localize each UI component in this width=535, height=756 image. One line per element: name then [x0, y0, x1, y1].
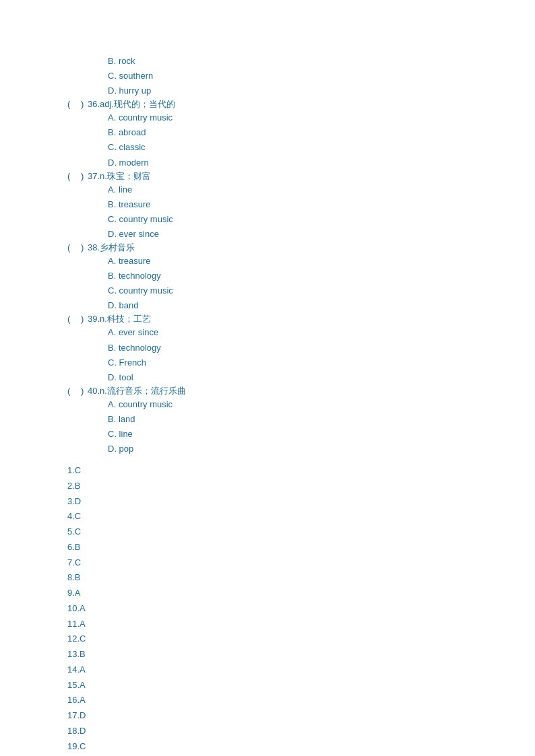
- question-37: ( ) 37.n.珠宝；财富 A. line B. treasure C. co…: [67, 170, 535, 242]
- question-text-36: 36.adj.现代的；当代的: [88, 98, 175, 110]
- option-38-a: A. treasure: [108, 254, 535, 269]
- partial-question-options: B. rock C. southern D. hurry up: [67, 54, 535, 98]
- question-row-36: ( ) 36.adj.现代的；当代的: [67, 98, 535, 110]
- answer-1: 1.C: [67, 463, 535, 479]
- option-40-a: A. country music: [108, 397, 535, 412]
- option-38-d: D. band: [108, 298, 535, 313]
- paren-left: (: [67, 242, 81, 252]
- paren-right: ): [81, 171, 88, 181]
- paren-right: ): [81, 386, 88, 396]
- option-36-c: C. classic: [108, 140, 535, 155]
- option-36-b: B. abroad: [108, 125, 535, 140]
- option-37-a: A. line: [108, 182, 535, 197]
- option-38-c: C. country music: [108, 283, 535, 298]
- answer-18: 18.D: [67, 724, 535, 739]
- answer-4: 4.C: [67, 509, 535, 524]
- answer-3: 3.D: [67, 494, 535, 510]
- answer-7: 7.C: [67, 555, 535, 571]
- option-40-b: B. land: [108, 412, 535, 427]
- answer-5: 5.C: [67, 524, 535, 540]
- answer-10: 10.A: [67, 601, 535, 617]
- question-text-40: 40.n.流行音乐；流行乐曲: [88, 385, 186, 397]
- option-37-d: D. ever since: [108, 227, 535, 242]
- question-39: ( ) 39.n.科技；工艺 A. ever since B. technolo…: [67, 313, 535, 384]
- paren-left: (: [67, 99, 81, 109]
- question-text-37: 37.n.珠宝；财富: [88, 170, 151, 182]
- paren-left: (: [67, 314, 81, 324]
- answer-8: 8.B: [67, 570, 535, 586]
- paren-right: ): [81, 99, 88, 109]
- question-row-39: ( ) 39.n.科技；工艺: [67, 313, 535, 325]
- question-row-37: ( ) 37.n.珠宝；财富: [67, 170, 535, 182]
- paren-left: (: [67, 386, 81, 396]
- option-37-b: B. treasure: [108, 197, 535, 212]
- answer-15: 15.A: [67, 678, 535, 693]
- option-39-c: C. French: [108, 355, 535, 370]
- answer-11: 11.A: [67, 617, 535, 632]
- question-row-38: ( ) 38.乡村音乐: [67, 242, 535, 254]
- paren-right: ): [81, 314, 88, 324]
- answer-9: 9.A: [67, 586, 535, 601]
- option-40-d: D. pop: [108, 442, 535, 456]
- question-38: ( ) 38.乡村音乐 A. treasure B. technology C.…: [67, 242, 535, 313]
- option-36-d: D. modern: [108, 156, 535, 170]
- paren-left: (: [67, 171, 81, 181]
- option-38-b: B. technology: [108, 269, 535, 283]
- option-39-b: B. technology: [108, 341, 535, 355]
- question-36: ( ) 36.adj.现代的；当代的 A. country music B. a…: [67, 98, 535, 170]
- option-37-c: C. country music: [108, 212, 535, 227]
- answer-17: 17.D: [67, 708, 535, 724]
- answer-14: 14.A: [67, 662, 535, 678]
- answer-16: 16.A: [67, 693, 535, 708]
- option-item: C. southern: [108, 69, 535, 83]
- question-row-40: ( ) 40.n.流行音乐；流行乐曲: [67, 385, 535, 397]
- answer-2: 2.B: [67, 479, 535, 494]
- answer-12: 12.C: [67, 631, 535, 647]
- answer-19: 19.C: [67, 739, 535, 755]
- option-39-a: A. ever since: [108, 325, 535, 340]
- option-39-d: D. tool: [108, 370, 535, 385]
- paren-right: ): [81, 242, 88, 252]
- answer-6: 6.B: [67, 540, 535, 555]
- option-36-a: A. country music: [108, 110, 535, 125]
- option-item: B. rock: [108, 54, 535, 69]
- main-content: B. rock C. southern D. hurry up ( ) 36.a…: [67, 54, 535, 756]
- question-40: ( ) 40.n.流行音乐；流行乐曲 A. country music B. l…: [67, 385, 535, 456]
- question-text-38: 38.乡村音乐: [88, 242, 135, 254]
- answer-13: 13.B: [67, 647, 535, 662]
- question-text-39: 39.n.科技；工艺: [88, 313, 151, 325]
- option-item: D. hurry up: [108, 83, 535, 98]
- answer-section: 1.C 2.B 3.D 4.C 5.C 6.B 7.C 8.B 9.A 10.A…: [67, 463, 535, 756]
- option-40-c: C. line: [108, 427, 535, 442]
